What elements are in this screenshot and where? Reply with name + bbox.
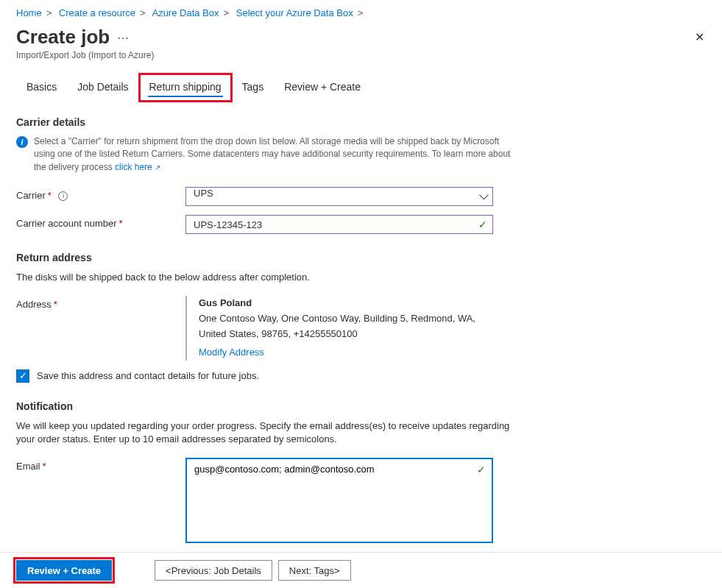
footer: Review + Create <Previous: Job Details N… <box>0 552 722 588</box>
close-button[interactable]: ✕ <box>689 27 710 47</box>
tab-tags[interactable]: Tags <box>232 74 275 102</box>
carrier-account-label: Carrier account number* <box>16 215 185 229</box>
address-line: One Contoso Way, One Contoso Way, Buildi… <box>199 311 493 342</box>
breadcrumb-select-data-box[interactable]: Select your Azure Data Box <box>236 7 353 18</box>
breadcrumb-azure-data-box[interactable]: Azure Data Box <box>152 7 219 18</box>
notification-desc: We will keep you updated regarding your … <box>16 419 517 446</box>
external-link-icon: ↗ <box>155 163 160 171</box>
return-address-heading: Return address <box>16 252 517 263</box>
email-label: Email* <box>16 458 185 472</box>
return-address-desc: The disks will be shipped back to the be… <box>16 271 517 284</box>
page-subtitle: Import/Export Job (Import to Azure) <box>16 50 706 60</box>
previous-button[interactable]: <Previous: Job Details <box>155 560 272 581</box>
carrier-select[interactable]: UPS <box>185 187 493 206</box>
carrier-details-heading: Carrier details <box>16 116 517 128</box>
breadcrumb-create-resource[interactable]: Create a resource <box>59 7 135 18</box>
tab-return-shipping[interactable]: Return shipping <box>139 74 232 102</box>
breadcrumb: Home> Create a resource> Azure Data Box>… <box>16 7 706 18</box>
email-input[interactable] <box>185 458 493 543</box>
tab-basics[interactable]: Basics <box>16 74 67 102</box>
carrier-help-icon[interactable]: i <box>58 191 68 201</box>
tab-job-details[interactable]: Job Details <box>67 74 138 102</box>
save-address-checkbox[interactable]: ✓ <box>16 369 29 383</box>
check-icon: ✓ <box>477 464 486 475</box>
more-icon[interactable]: ⋯ <box>117 31 129 45</box>
next-button[interactable]: Next: Tags> <box>278 560 351 581</box>
address-label: Address* <box>16 296 185 310</box>
breadcrumb-home[interactable]: Home <box>16 7 42 18</box>
tab-review-create[interactable]: Review + Create <box>274 74 371 102</box>
carrier-account-input[interactable] <box>185 215 493 234</box>
address-block: Gus Poland One Contoso Way, One Contoso … <box>185 296 493 360</box>
notification-heading: Notification <box>16 400 517 412</box>
modify-address-link[interactable]: Modify Address <box>199 345 264 361</box>
carrier-label: Carrier* i <box>16 187 185 202</box>
page-title: Create job <box>16 26 110 49</box>
save-address-label: Save this address and contact details fo… <box>37 370 259 381</box>
address-name: Gus Poland <box>199 296 493 311</box>
delivery-process-link[interactable]: click here ↗ <box>115 162 160 172</box>
tabs: Basics Job Details Return shipping Tags … <box>16 74 706 102</box>
carrier-info-text: Select a "Carrier" for return shipment f… <box>34 135 517 174</box>
review-create-button[interactable]: Review + Create <box>16 560 112 581</box>
info-icon: i <box>16 136 28 148</box>
